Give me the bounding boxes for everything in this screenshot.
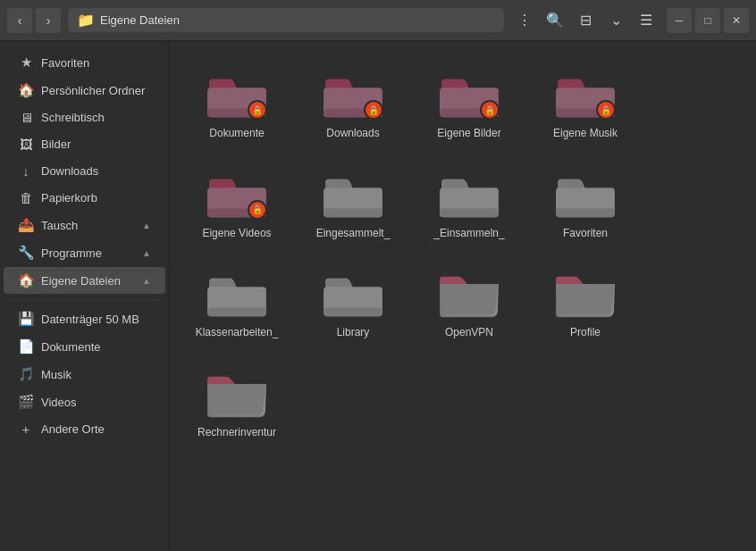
svg-rect-15 xyxy=(556,208,615,217)
folder-icon-favoriten xyxy=(553,168,617,221)
close-icon: ✕ xyxy=(732,14,741,27)
file-label-favoriten: Favoriten xyxy=(563,227,608,241)
sidebar-arrow-eigene-dateien: ▲ xyxy=(142,276,151,286)
file-item-downloads[interactable]: 🔒Downloads xyxy=(304,59,402,150)
file-grid: 🔒Dokumente🔒Downloads🔒Eigene Bilder🔒Eigen… xyxy=(188,59,738,448)
forward-button[interactable]: › xyxy=(36,8,61,33)
file-item-eigene-videos[interactable]: 🔒Eigene Videos xyxy=(188,159,286,250)
sidebar-icon-bilder: 🖼 xyxy=(18,137,34,152)
sidebar-item-videos[interactable]: 🎬Videos xyxy=(4,388,165,415)
file-item-eigene-bilder[interactable]: 🔒Eigene Bilder xyxy=(420,59,518,150)
hamburger-icon: ☰ xyxy=(640,12,652,29)
file-item-profile[interactable]: Profile xyxy=(536,258,634,349)
folder-icon-eigene-musik: 🔒 xyxy=(553,68,617,121)
minimize-icon: ─ xyxy=(676,14,684,27)
sidebar-item-tausch[interactable]: 📤Tausch▲ xyxy=(4,212,165,238)
sidebar-item-datentraeger[interactable]: 💾Datenträger 50 MB xyxy=(4,305,165,332)
search-button[interactable]: 🔍 xyxy=(542,7,568,34)
sidebar-item-musik[interactable]: 🎵Musik xyxy=(4,361,165,388)
file-label-openvpn: OpenVPN xyxy=(445,326,493,340)
sidebar-label-papierkorb: Papierkorb xyxy=(41,191,151,205)
file-item-klassenarbeiten[interactable]: Klassenarbeiten_ xyxy=(188,258,286,349)
file-item-openvpn[interactable]: OpenVPN xyxy=(420,258,518,349)
sidebar-label-musik: Musik xyxy=(41,368,151,381)
sidebar-label-tausch: Tausch xyxy=(41,219,135,232)
folder-icon-dokumente: 🔒 xyxy=(205,68,269,121)
sidebar-icon-favoriten: ★ xyxy=(18,54,34,71)
back-icon: ‹ xyxy=(18,13,22,28)
sidebar-icon-dokumente: 📄 xyxy=(18,338,34,355)
sidebar-item-schreibtisch[interactable]: 🖥Schreibtisch xyxy=(4,104,165,130)
sidebar-item-downloads[interactable]: ↓Downloads xyxy=(4,158,165,184)
folder-icon-openvpn xyxy=(437,267,501,321)
sidebar-label-schreibtisch: Schreibtisch xyxy=(41,111,151,124)
view-toggle-button[interactable]: ⊟ xyxy=(572,7,599,34)
file-item-rechnerinventur[interactable]: Rechnerinventur xyxy=(188,358,286,449)
sidebar-label-downloads: Downloads xyxy=(41,164,151,178)
sidebar-item-bilder[interactable]: 🖼Bilder xyxy=(4,131,165,157)
file-label-downloads: Downloads xyxy=(326,127,379,141)
sidebar: ★Favoriten🏠Persönlicher Ordner🖥Schreibti… xyxy=(0,41,170,551)
sidebar-label-dokumente: Dokumente xyxy=(41,340,151,354)
sidebar-item-eigene-dateien[interactable]: 🏠Eigene Dateien▲ xyxy=(4,267,165,294)
hamburger-button[interactable]: ☰ xyxy=(633,7,659,34)
file-item-eigene-musik[interactable]: 🔒Eigene Musik xyxy=(536,59,634,150)
sidebar-item-dokumente[interactable]: 📄Dokumente xyxy=(4,333,165,360)
file-item-dokumente[interactable]: 🔒Dokumente xyxy=(188,59,286,150)
sidebar-item-papierkorb[interactable]: 🗑Papierkorb xyxy=(4,185,165,211)
close-button[interactable]: ✕ xyxy=(724,8,749,33)
file-item-library[interactable]: Library xyxy=(304,258,402,349)
sidebar-label-favoriten: Favoriten xyxy=(41,56,151,70)
sidebar-arrow-programme: ▲ xyxy=(142,248,151,258)
file-label-eingesammelt: Eingesammelt_ xyxy=(316,227,391,241)
maximize-icon: □ xyxy=(704,14,710,27)
list-view-icon: ⊟ xyxy=(580,12,592,29)
file-label-klassenarbeiten: Klassenarbeiten_ xyxy=(196,326,279,340)
file-item-favoriten[interactable]: Favoriten xyxy=(536,159,634,250)
sidebar-icon-tausch: 📤 xyxy=(18,217,34,233)
sidebar-label-eigene-dateien: Eigene Dateien xyxy=(41,274,135,288)
file-content: 🔒Dokumente🔒Downloads🔒Eigene Bilder🔒Eigen… xyxy=(170,41,756,551)
toolbar-actions: ⋮ 🔍 ⊟ ⌄ ☰ xyxy=(511,7,659,34)
sidebar-item-programme[interactable]: 🔧Programme▲ xyxy=(4,239,165,266)
view-chevron-button[interactable]: ⌄ xyxy=(602,7,629,34)
sidebar-icon-schreibtisch: 🖥 xyxy=(18,110,34,125)
minimize-button[interactable]: ─ xyxy=(667,8,692,33)
file-item-eingesammelt[interactable]: Eingesammelt_ xyxy=(304,159,402,250)
location-text: Eigene Dateien xyxy=(100,13,180,27)
svg-rect-17 xyxy=(207,308,266,317)
sidebar-icon-papierkorb: 🗑 xyxy=(18,190,34,205)
forward-icon: › xyxy=(46,13,51,28)
main-layout: ★Favoriten🏠Persönlicher Ordner🖥Schreibti… xyxy=(0,41,756,551)
file-label-rechnerinventur: Rechnerinventur xyxy=(197,426,276,440)
svg-rect-19 xyxy=(323,308,382,317)
sidebar-icon-videos: 🎬 xyxy=(18,394,34,410)
sidebar-icon-programme: 🔧 xyxy=(18,245,34,261)
sidebar-icon-persoenlicher-ordner: 🏠 xyxy=(18,82,34,98)
sidebar-icon-eigene-dateien: 🏠 xyxy=(18,272,34,288)
file-label-eigene-musik: Eigene Musik xyxy=(553,127,617,141)
menu-button[interactable]: ⋮ xyxy=(511,7,538,34)
sidebar-arrow-tausch: ▲ xyxy=(142,221,151,230)
sidebar-icon-downloads: ↓ xyxy=(18,163,34,179)
nav-buttons: ‹ › xyxy=(7,8,61,33)
sidebar-item-andere-orte[interactable]: +Andere Orte xyxy=(4,416,165,442)
svg-rect-11 xyxy=(323,208,382,217)
location-bar[interactable]: 📁 Eigene Dateien xyxy=(68,8,504,32)
titlebar: ‹ › 📁 Eigene Dateien ⋮ 🔍 ⊟ ⌄ ☰ ─ □ xyxy=(0,0,756,41)
folder-icon-eigene-bilder: 🔒 xyxy=(437,68,501,121)
sidebar-label-andere-orte: Andere Orte xyxy=(41,422,151,436)
file-item-einsammeln[interactable]: _Einsammeln_ xyxy=(420,159,518,250)
maximize-button[interactable]: □ xyxy=(695,8,720,33)
sidebar-icon-andere-orte: + xyxy=(18,422,34,437)
folder-icon-eigene-videos: 🔒 xyxy=(205,168,269,221)
back-button[interactable]: ‹ xyxy=(7,8,32,33)
sidebar-divider xyxy=(7,299,162,300)
sidebar-item-persoenlicher-ordner[interactable]: 🏠Persönlicher Ordner xyxy=(4,77,165,104)
sidebar-icon-musik: 🎵 xyxy=(18,366,34,382)
sidebar-label-persoenlicher-ordner: Persönlicher Ordner xyxy=(41,84,151,97)
file-label-einsammeln: _Einsammeln_ xyxy=(433,227,504,241)
lock-badge-eigene-bilder: 🔒 xyxy=(480,100,500,120)
folder-icon-eingesammelt xyxy=(321,168,385,221)
sidebar-item-favoriten[interactable]: ★Favoriten xyxy=(4,49,165,76)
